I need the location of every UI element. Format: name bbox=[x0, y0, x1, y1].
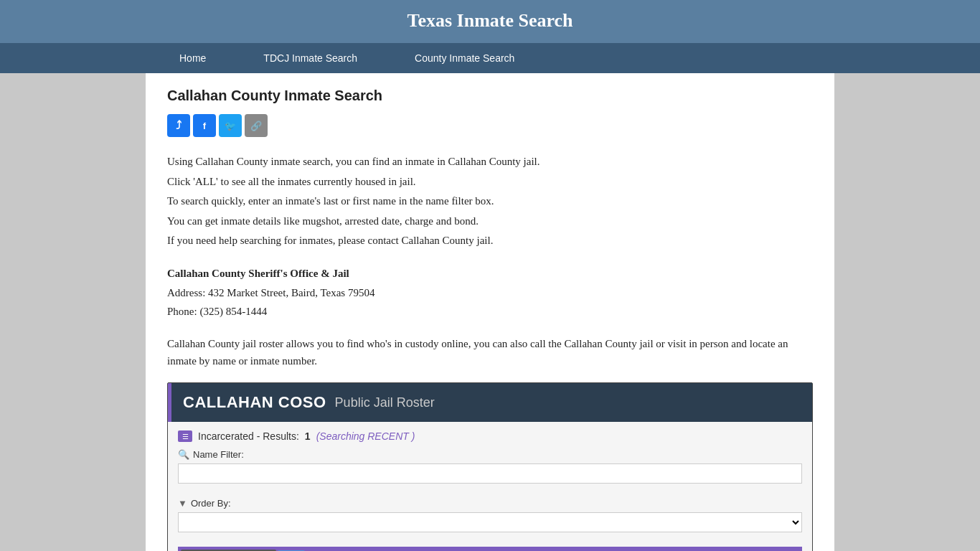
desc-line-4: You can get inmate details like mugshot,… bbox=[167, 212, 813, 231]
main-nav: Home TDCJ Inmate Search County Inmate Se… bbox=[0, 43, 980, 73]
twitter-icon: 🐦 bbox=[225, 121, 236, 131]
desc-line-1: Using Callahan County inmate search, you… bbox=[167, 153, 813, 171]
name-filter-label-row: 🔍 Name Filter: bbox=[178, 449, 802, 460]
facebook-button[interactable]: f bbox=[193, 114, 216, 137]
site-title: Texas Inmate Search bbox=[0, 10, 980, 32]
alpha-nav: 🕐 RECENT BOOKINGS ALL A B C D E F G H I … bbox=[178, 547, 802, 551]
share-icon: ⤴ bbox=[176, 119, 182, 132]
description-block: Using Callahan County inmate search, you… bbox=[167, 153, 813, 250]
name-filter-input[interactable] bbox=[178, 463, 802, 484]
results-count: 1 bbox=[305, 430, 311, 442]
desc-line-3: To search quickly, enter an inmate's las… bbox=[167, 192, 813, 211]
social-share-bar: ⤴ f 🐦 🔗 bbox=[167, 114, 813, 137]
filter-icon: ▼ bbox=[178, 498, 187, 509]
incarcerated-label: Incarcerated - Results: bbox=[198, 430, 299, 442]
search-icon: 🔍 bbox=[178, 449, 189, 460]
content-area: Callahan County Inmate Search ⤴ f 🐦 🔗 Us… bbox=[146, 73, 834, 551]
nav-county[interactable]: County Inmate Search bbox=[386, 43, 543, 73]
nav-tdcj[interactable]: TDCJ Inmate Search bbox=[235, 43, 386, 73]
order-by-select[interactable] bbox=[178, 512, 802, 532]
main-wrapper: Callahan County Inmate Search ⤴ f 🐦 🔗 Us… bbox=[0, 73, 980, 551]
share-button[interactable]: ⤴ bbox=[167, 114, 190, 137]
order-by-row: ▼ Order By: bbox=[178, 498, 802, 540]
incarcerated-results-line: ☰ Incarcerated - Results: 1 (Searching R… bbox=[178, 430, 802, 442]
link-icon: 🔗 bbox=[250, 121, 262, 131]
roster-paragraph: Callahan County jail roster allows you t… bbox=[167, 335, 813, 369]
order-by-label-row: ▼ Order By: bbox=[178, 498, 802, 509]
roster-facility-light: Public Jail Roster bbox=[335, 395, 435, 410]
facebook-icon: f bbox=[203, 121, 206, 131]
incarcerated-icon: ☰ bbox=[178, 430, 192, 442]
desc-line-5: If you need help searching for inmates, … bbox=[167, 232, 813, 250]
roster-facility-bold: CALLAHAN COSO bbox=[183, 393, 326, 412]
twitter-button[interactable]: 🐦 bbox=[219, 114, 242, 137]
roster-widget: CALLAHAN COSO Public Jail Roster ☰ Incar… bbox=[167, 382, 813, 551]
name-filter-row: 🔍 Name Filter: bbox=[178, 449, 802, 491]
page-title: Callahan County Inmate Search bbox=[167, 88, 813, 104]
roster-body: ☰ Incarcerated - Results: 1 (Searching R… bbox=[168, 422, 812, 551]
searching-text: (Searching RECENT ) bbox=[316, 430, 415, 442]
sheriff-block: Callahan County Sheriff's Office & Jail … bbox=[167, 265, 813, 321]
order-by-label: Order By: bbox=[191, 498, 231, 509]
sheriff-address: Address: 432 Market Street, Baird, Texas… bbox=[167, 284, 813, 303]
sheriff-title: Callahan County Sheriff's Office & Jail bbox=[167, 265, 813, 283]
desc-line-2: Click 'ALL' to see all the inmates curre… bbox=[167, 173, 813, 192]
roster-header: CALLAHAN COSO Public Jail Roster bbox=[168, 383, 812, 422]
name-filter-label: Name Filter: bbox=[193, 449, 244, 460]
copy-link-button[interactable]: 🔗 bbox=[245, 114, 268, 137]
nav-home[interactable]: Home bbox=[151, 43, 235, 73]
site-header: Texas Inmate Search bbox=[0, 0, 980, 43]
sheriff-phone: Phone: (325) 854-1444 bbox=[167, 303, 813, 321]
